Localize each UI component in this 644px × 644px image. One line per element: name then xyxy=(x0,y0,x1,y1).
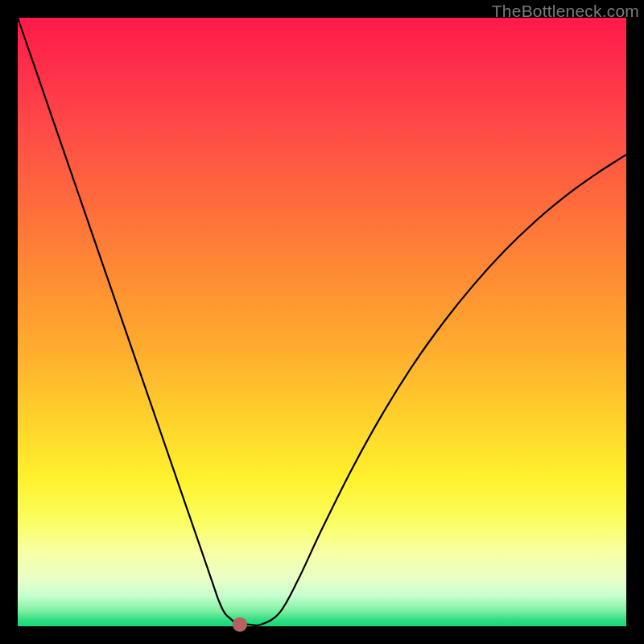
minimum-marker xyxy=(233,617,247,632)
plot-area xyxy=(18,18,626,626)
watermark-text: TheBottleneck.com xyxy=(492,2,639,21)
line-curve xyxy=(18,18,626,626)
curve-path xyxy=(18,18,626,625)
chart-frame: TheBottleneck.com xyxy=(0,0,644,644)
